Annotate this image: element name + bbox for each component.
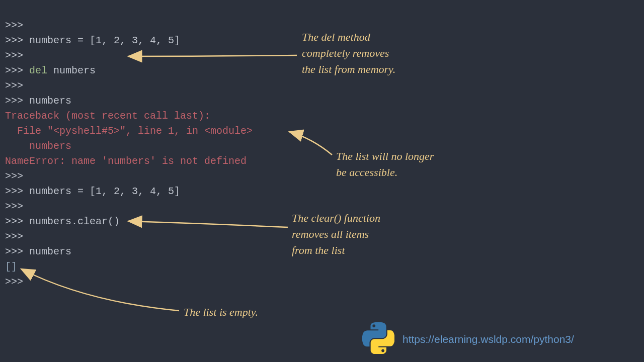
annotation-clear-function: The clear() function removes all items f… [292,210,380,258]
prompt: >>> [5,216,23,227]
code-line: numbers = [1, 2, 3, 4, 5] [29,35,180,46]
code-line: numbers = [1, 2, 3, 4, 5] [29,186,180,197]
python-logo-icon [362,322,394,354]
del-keyword: del [29,65,47,76]
annotation-line: completely removes [302,45,395,61]
prompt: >>> [5,65,23,76]
prompt: >>> [5,50,23,61]
output-empty-list: [] [5,261,17,273]
prompt: >>> [5,276,23,288]
prompt: >>> [5,20,23,31]
prompt: >>> [5,95,23,107]
annotation-line: The list will no longer [336,148,434,164]
prompt: >>> [5,231,23,242]
annotation-line: from the list [292,242,380,258]
code-line: numbers [29,246,71,257]
prompt: >>> [5,186,23,197]
prompt: >>> [5,201,23,212]
prompt: >>> [5,35,23,46]
code-line: numbers.clear() [29,216,120,227]
del-arg: numbers [47,65,96,76]
annotation-del-method: The del method completely removes the li… [302,29,395,77]
source-url[interactable]: https://elearning.wsldp.com/python3/ [403,333,574,345]
annotation-line: be accessible. [336,164,434,180]
annotation-line: the list from memory. [302,61,395,77]
traceback-line: File "<pyshell#5>", line 1, in <module> [5,125,253,137]
prompt: >>> [5,170,23,182]
annotation-line: removes all items [292,226,380,242]
annotation-line: The del method [302,29,395,45]
annotation-line: The clear() function [292,210,380,226]
annotation-list-empty: The list is empty. [184,304,258,320]
traceback-line: Traceback (most recent call last): [5,110,210,122]
code-line: numbers [29,95,71,107]
traceback-line: numbers [5,140,71,152]
annotation-not-accessible: The list will no longer be accessible. [336,148,434,180]
prompt: >>> [5,80,23,92]
prompt: >>> [5,246,23,257]
traceback-line: NameError: name 'numbers' is not defined [5,155,247,167]
